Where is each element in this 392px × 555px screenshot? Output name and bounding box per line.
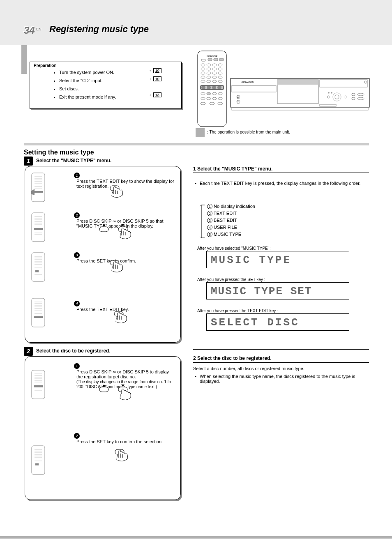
svg-rect-66 [34,191,43,193]
press-button-icon [107,310,136,332]
svg-point-21 [218,76,222,78]
svg-rect-29 [212,86,216,89]
svg-point-9 [218,64,222,66]
svg-rect-75 [32,213,45,242]
svg-point-31 [201,92,205,95]
svg-point-57 [331,92,332,94]
bracket-icon [200,204,205,239]
lcd-note3: After you have pressed the TEXT EDIT key… [197,308,372,314]
prep-item: Set discs. [59,85,116,92]
svg-rect-99 [34,316,43,318]
svg-text:KENWOOD: KENWOOD [207,55,218,57]
svg-text:KENWOOD: KENWOOD [241,81,254,83]
thin-divider [193,173,369,173]
svg-rect-65 [32,173,45,202]
step-number-2: 2 [24,347,33,356]
svg-point-25 [218,80,222,83]
svg-rect-87 [32,253,45,281]
page-ref-arrow: → 10 [148,68,161,73]
lang-label: EN [36,27,42,31]
svg-point-53 [335,95,339,99]
svg-point-22 [201,80,205,83]
svg-point-11 [207,68,211,70]
svg-rect-119 [32,446,45,474]
press-two-buttons-icon [95,222,140,247]
thin-divider [193,362,369,363]
page-number: 34 [24,25,35,36]
step-1-label: Select the "MUSIC TYPE" menu. [36,158,111,164]
svg-point-41 [218,102,223,105]
thin-divider [193,349,369,350]
press-button-icon [103,184,131,206]
svg-rect-4 [214,58,218,61]
svg-rect-88 [35,270,39,272]
order-list: 1 No display indication 2 TEXT EDIT 3 BE… [207,203,255,238]
footer-line [0,536,392,539]
page-title: Registering music type [49,24,149,35]
svg-point-32 [207,92,211,95]
press-button-icon [103,259,131,281]
svg-rect-2 [201,59,205,61]
lcd-note2: After you have pressed the SET key : [197,277,372,283]
svg-point-54 [327,96,330,98]
grey-tab [21,45,27,74]
lcd-display: MUSIC TYPE [206,251,349,268]
substep-num-3: 3 [74,252,80,258]
substep-num-2: 2 [74,212,80,218]
svg-rect-28 [207,86,211,89]
divider [24,143,369,145]
svg-rect-44 [232,85,276,92]
svg-rect-30 [217,86,221,89]
svg-point-39 [201,102,205,105]
svg-rect-50 [277,80,318,85]
remote-mini [31,252,45,283]
svg-point-6 [201,64,205,66]
svg-point-18 [201,76,205,78]
press-two-buttons-icon [95,382,140,409]
right-step2-note: •When selecting the music type name, the… [200,374,368,384]
substep-num-1: 1 [74,173,80,178]
svg-point-10 [201,68,205,70]
svg-point-24 [212,80,217,83]
svg-point-33 [212,92,217,95]
legend-square-icon [196,128,205,137]
svg-rect-76 [34,228,43,230]
substep-num-1: 1 [74,363,80,369]
substep-num-4: 4 [74,301,80,306]
remote-mini [31,212,45,243]
svg-point-36 [207,97,211,100]
remote-mini [31,445,45,476]
right-step1-head: 1 Select the "MUSIC TYPE" menu. [193,166,272,172]
svg-point-13 [218,68,222,70]
svg-point-35 [201,97,205,100]
svg-point-19 [207,76,211,78]
svg-point-60 [357,93,364,96]
svg-point-23 [207,80,211,83]
press-button-icon [108,448,136,472]
svg-point-34 [218,92,222,95]
svg-point-20 [212,76,217,78]
substep-text: Press the SET key to confirm the selecti… [76,439,175,444]
preparation-title: Preparation [34,63,57,68]
svg-point-62 [364,81,367,83]
svg-rect-5 [219,58,224,61]
svg-rect-108 [32,370,45,399]
remote-mini [31,370,45,401]
svg-rect-63 [320,104,336,106]
remote-diagram: KENWOOD [196,50,228,128]
svg-point-38 [218,97,222,100]
svg-rect-27 [201,86,205,89]
svg-rect-85 [99,227,108,232]
page-ref-arrow: → 10 [148,76,161,81]
remote-mini [31,298,45,329]
svg-point-55 [344,96,346,98]
lcd-display: SELECT DISC [206,313,349,331]
prep-item: Exit the present mode if any. [59,94,116,100]
substep: 2 Press the SET key to confirm the selec… [74,433,177,445]
right-step2-text: Select a disc number, all discs or regis… [193,366,368,371]
prep-item: Turn the system power ON. [59,69,116,76]
svg-rect-98 [32,298,45,327]
step-number-1: 1 [24,157,33,166]
svg-point-58 [352,93,355,96]
svg-point-12 [212,68,217,70]
